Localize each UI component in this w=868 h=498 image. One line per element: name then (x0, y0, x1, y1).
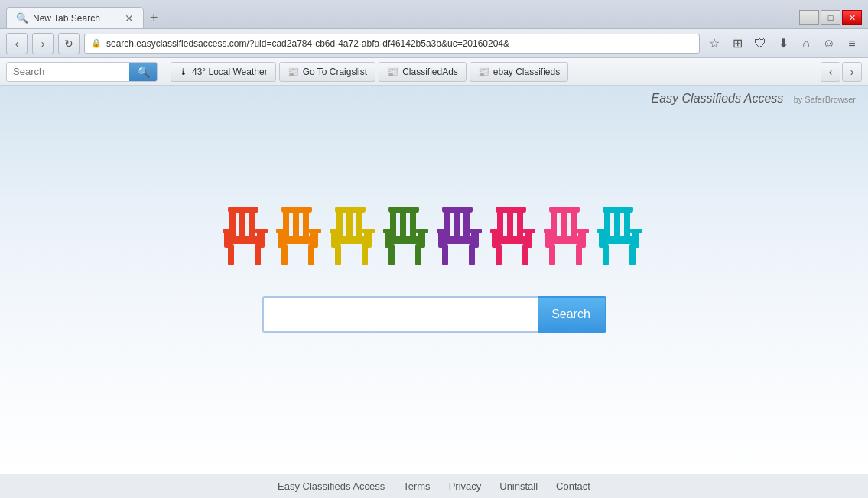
footer-terms-link[interactable]: Terms (403, 480, 430, 492)
svg-rect-2 (249, 208, 255, 240)
svg-rect-54 (470, 229, 482, 233)
hot-pink-chair (541, 204, 595, 273)
main-search-label: Search (551, 308, 590, 321)
svg-rect-87 (630, 229, 642, 233)
tab-close-button[interactable]: ✕ (125, 13, 134, 24)
svg-rect-13 (303, 208, 309, 240)
main-search-input[interactable] (262, 296, 538, 333)
download-button[interactable]: ⬇ (773, 34, 793, 54)
svg-rect-79 (624, 208, 630, 240)
svg-rect-76 (577, 229, 589, 233)
svg-rect-56 (507, 208, 513, 240)
svg-rect-30 (364, 231, 372, 248)
nav-icon-group: ☆ ⊞ 🛡 ⬇ ⌂ ☺ ≡ (704, 34, 862, 54)
svg-rect-63 (525, 231, 532, 248)
main-search-box: Search (262, 296, 606, 333)
classifiedads-label: ClassifiedAds (402, 67, 458, 77)
address-input[interactable] (106, 38, 693, 49)
svg-rect-8 (257, 231, 265, 248)
home-button[interactable]: ⌂ (796, 34, 816, 54)
main-content: Search (0, 109, 868, 474)
svg-rect-18 (278, 231, 285, 248)
shield-button[interactable]: 🛡 (750, 34, 770, 54)
svg-rect-10 (255, 229, 268, 233)
ebay-button[interactable]: 📰 ebay Classifieds (470, 62, 568, 82)
navigation-bar: ‹ › ↻ 🔒 ☆ ⊞ 🛡 ⬇ ⌂ ☺ ≡ (0, 29, 868, 58)
svg-rect-47 (442, 207, 473, 213)
svg-rect-74 (578, 231, 586, 248)
tab-icon: 🔍 (16, 12, 28, 24)
craigslist-button[interactable]: 📰 Go To Craigslist (279, 62, 375, 82)
new-tab-button[interactable]: + (144, 7, 164, 28)
svg-rect-69 (549, 207, 580, 213)
weather-button[interactable]: 🌡 43° Local Weather (171, 62, 276, 82)
footer-easy-classifieds-link[interactable]: Easy Classifieds Access (278, 480, 385, 492)
red-chair (220, 204, 274, 273)
svg-rect-31 (330, 229, 342, 233)
search-icon: 🔍 (137, 66, 150, 78)
yellow-chair (327, 204, 381, 273)
toolbar-search-wrapper: 🔍 (6, 62, 158, 82)
bookmark-button[interactable]: ☆ (704, 34, 724, 54)
svg-rect-12 (293, 208, 299, 240)
svg-rect-29 (331, 231, 339, 248)
tab-title: New Tab Search (33, 13, 100, 24)
main-search-button[interactable]: Search (538, 296, 606, 333)
svg-rect-53 (437, 229, 449, 233)
svg-rect-84 (599, 231, 606, 248)
footer-contact-link[interactable]: Contact (556, 480, 590, 492)
address-icon: 🔒 (91, 38, 102, 48)
weather-label: 43° Local Weather (192, 67, 268, 77)
svg-rect-3 (228, 207, 258, 213)
back-button[interactable]: ‹ (6, 33, 28, 54)
brand-header: Easy Classifieds Access by SaferBrowser (0, 86, 868, 109)
close-window-button[interactable]: ✕ (842, 10, 862, 25)
svg-rect-14 (281, 207, 312, 213)
refresh-button[interactable]: ↻ (58, 33, 80, 54)
svg-rect-42 (383, 229, 395, 233)
svg-rect-40 (385, 231, 392, 248)
svg-rect-9 (223, 229, 235, 233)
maximize-button[interactable]: □ (821, 10, 840, 25)
history-button[interactable]: ⊞ (727, 34, 747, 54)
avatar-button[interactable]: ☺ (819, 34, 839, 54)
footer-uninstall-link[interactable]: Uninstall (499, 480, 538, 492)
classifiedads-button[interactable]: 📰 ClassifiedAds (379, 62, 467, 82)
svg-rect-51 (438, 231, 446, 248)
ebay-label: ebay Classifieds (493, 67, 560, 77)
svg-rect-46 (463, 208, 470, 240)
extension-toolbar: 🔍 🌡 43° Local Weather 📰 Go To Craigslist… (0, 58, 868, 86)
toolbar-next-button[interactable]: › (842, 62, 862, 82)
ebay-icon: 📰 (478, 67, 489, 77)
svg-rect-62 (492, 231, 499, 248)
toolbar-search-button[interactable]: 🔍 (129, 62, 157, 82)
active-tab[interactable]: 🔍 New Tab Search ✕ (6, 7, 144, 28)
craigslist-icon: 📰 (288, 67, 299, 77)
svg-rect-19 (310, 231, 318, 248)
footer-privacy-link[interactable]: Privacy (449, 480, 482, 492)
svg-rect-20 (276, 229, 288, 233)
svg-rect-58 (496, 207, 526, 213)
minimize-button[interactable]: ─ (799, 10, 819, 25)
purple-chair (434, 204, 488, 273)
svg-rect-73 (545, 231, 553, 248)
svg-rect-36 (388, 207, 419, 213)
svg-rect-32 (362, 229, 375, 233)
svg-rect-78 (614, 208, 620, 240)
green-chair (381, 204, 434, 273)
svg-rect-25 (335, 207, 366, 213)
svg-rect-23 (346, 208, 353, 240)
footer: Easy Classifieds Access Terms Privacy Un… (0, 474, 868, 498)
forward-button[interactable]: › (32, 33, 54, 54)
menu-button[interactable]: ≡ (842, 34, 862, 54)
window-controls: ─ □ ✕ (799, 10, 862, 28)
svg-rect-68 (571, 208, 577, 240)
toolbar-search-input[interactable] (7, 63, 129, 81)
svg-rect-52 (471, 231, 479, 248)
svg-rect-75 (544, 229, 556, 233)
svg-rect-7 (224, 231, 232, 248)
svg-rect-21 (309, 229, 321, 233)
toolbar-separator-1 (164, 63, 164, 81)
toolbar-prev-button[interactable]: ‹ (821, 62, 840, 82)
craigslist-label: Go To Craigslist (303, 67, 367, 77)
